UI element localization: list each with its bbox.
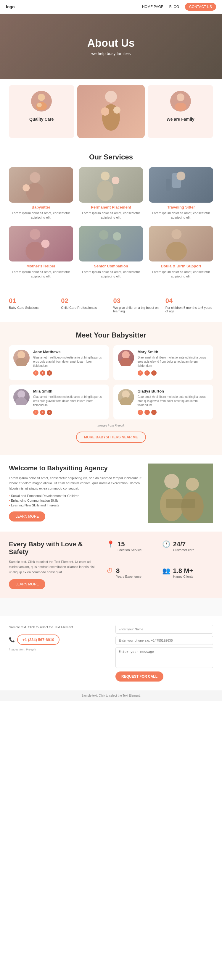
babysitters-grid: Jane Matthews Glae amet rhrel libero mol… [9,345,213,420]
welcome-title: Welcome to Babysitting Agency [9,465,142,472]
stat-1-num: 01 [9,297,56,305]
footer-phone-container: 📞 +1 (234) 567-8910 [9,635,107,645]
traveling-title: Traveling Sitter [149,205,213,210]
svg-point-8 [175,103,187,111]
babysitters-section: Meet Your Babysitter Jane Matthews Glae … [0,322,222,455]
svg-point-27 [15,358,27,366]
customer-label: Customer care [173,548,195,552]
footer-left-text: Sample text. Click to select the Text El… [9,625,107,630]
traveling-desc: Lorem ipsum dolor sit amet, consectetur … [149,211,213,220]
mary-avatar [118,350,134,366]
welcome-learn-more-button[interactable]: LEARN MORE [9,511,45,522]
form-name-input[interactable] [115,625,213,633]
babysitter-card-jane: Jane Matthews Glae amet rhrel libero mol… [9,345,109,380]
quality-care-avatar [31,91,52,111]
request-call-button[interactable]: REQUEST FOR CALL [115,671,163,681]
service-doula: Doula & Birth Support Lorem ipsum dolor … [149,226,213,279]
babysitter-card-mila: Mila Smith Glae amet rhrel libero molest… [9,385,109,420]
years-icon: ⏱ [107,567,113,575]
mothers-helper-title: Mother's Helper [9,264,73,268]
doula-image [149,226,213,261]
gladys-name: Gladys Burton [137,389,209,393]
service-senior: Senior Companion Lorem ipsum dolor sit a… [79,226,143,279]
mary-social: f t i [137,370,209,375]
location-label: Location Service [118,548,142,552]
gladys-facebook-icon[interactable]: f [137,410,143,415]
location-icon: 📍 [107,541,115,548]
svg-point-12 [101,172,110,180]
svg-point-21 [99,230,109,240]
location-stat-content: 15 Location Service [118,541,142,552]
services-section: Our Services Babysitter Lorem ipsum dolo… [0,144,222,288]
mila-twitter-icon[interactable]: t [40,410,45,415]
services-title: Our Services [9,153,213,161]
mothers-helper-image [9,226,73,261]
navigation: logo HOME PAGE BLOG CONTACT US [0,0,222,14]
mothers-helper-desc: Lorem ipsum dolor sit amet, consectetur … [9,270,73,279]
stat-4-num: 04 [166,297,213,305]
doula-title: Doula & Birth Support [149,264,213,268]
mila-social: f t i [33,410,104,415]
mila-instagram-icon[interactable]: i [47,410,52,415]
more-babysitters-button[interactable]: MORE BABYSITTERS NEAR ME [76,431,146,443]
svg-point-9 [30,172,40,183]
stat-1-label: Baby Care Solutions [9,306,56,309]
svg-point-7 [177,94,184,101]
svg-point-26 [18,351,25,359]
babysitter-card-gladys: Gladys Burton Glae amet rhrel libero mol… [113,385,213,420]
love-stat-clients: 👥 1.8 M+ Happy Clients [162,567,213,589]
nav-blog[interactable]: BLOG [169,5,179,9]
svg-point-5 [101,107,109,116]
svg-point-2 [37,103,42,107]
gladys-avatar [118,389,134,405]
jane-info: Jane Matthews Glae amet rhrel libero mol… [33,350,104,375]
svg-rect-39 [166,499,195,508]
footer-freepik-note: Images from Freepik [9,648,107,651]
clients-num: 1.8 M+ [173,567,193,575]
svg-point-18 [30,229,40,240]
permanent-desc: Lorem ipsum dolor sit amet, consectetur … [79,211,143,220]
feature-we-are-family: We are Family [148,85,213,138]
clients-label: Happy Clients [173,575,193,578]
love-title: Every Baby with Love & Safety [9,541,98,556]
jane-twitter-icon[interactable]: t [40,370,45,375]
clients-icon: 👥 [162,567,170,575]
mary-name: Mary Smith [137,350,209,354]
mary-facebook-icon[interactable]: f [137,370,143,375]
service-babysitter: Babysitter Lorem ipsum dolor sit amet, c… [9,167,73,220]
welcome-image [148,463,213,523]
welcome-list-item-3: Learning New Skills and Interests [9,503,142,507]
mary-desc: Glae amet rhrel libero molestie ante ut … [137,356,209,368]
svg-point-25 [166,242,187,261]
feature-center-image [77,85,145,138]
mary-instagram-icon[interactable]: i [151,370,157,375]
nav-home[interactable]: HOME PAGE [142,5,163,9]
jane-facebook-icon[interactable]: f [33,370,38,375]
footer-bottom: Sample text. Click to select the Text El… [0,690,222,701]
mila-info: Mila Smith Glae amet rhrel libero molest… [33,389,104,415]
stat-2-label: Child Care Professionals [61,306,109,309]
jane-instagram-icon[interactable]: i [47,370,52,375]
love-learn-more-button[interactable]: LEARN MORE [9,579,45,589]
clients-stat-content: 1.8 M+ Happy Clients [173,567,193,578]
stat-2: 02 Child Care Professionals [61,297,109,313]
gladys-instagram-icon[interactable]: i [151,410,157,415]
love-stat-location: 📍 15 Location Service [107,541,158,563]
customer-num: 24/7 [173,541,195,548]
form-phone-input[interactable] [115,636,213,645]
mila-facebook-icon[interactable]: f [33,410,38,415]
footer-phone-button[interactable]: +1 (234) 567-8910 [17,635,59,645]
feature-quality-care: Quality Care [9,85,74,138]
jane-desc: Glae amet rhrel libero molestie ante ut … [33,356,104,368]
form-message-input[interactable] [115,647,213,668]
mary-twitter-icon[interactable]: t [144,370,150,375]
stat-3-num: 03 [113,297,161,305]
love-stats: 📍 15 Location Service 🕐 24/7 Customer ca… [107,541,213,590]
svg-point-22 [113,232,121,240]
svg-point-28 [122,351,129,359]
nav-cta-button[interactable]: CONTACT US [185,3,216,11]
gladys-twitter-icon[interactable]: t [144,410,150,415]
doula-desc: Lorem ipsum dolor sit amet, consectetur … [149,270,213,279]
customer-stat-content: 24/7 Customer care [173,541,195,552]
svg-point-30 [18,390,25,398]
